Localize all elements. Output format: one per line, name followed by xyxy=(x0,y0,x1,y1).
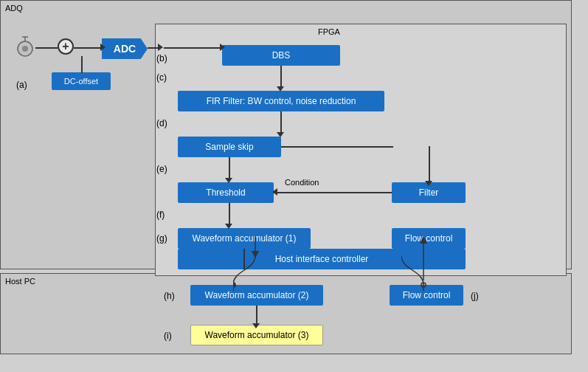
arrowhead-skip-thresh xyxy=(225,178,232,183)
arrow-thresh-wacc xyxy=(229,203,230,225)
arrowhead-to-adc xyxy=(100,44,106,51)
label-a: (a) xyxy=(16,80,27,90)
loop-left-icon xyxy=(233,255,277,292)
arrowhead-fir-skip xyxy=(277,132,284,137)
adq-label: ADQ xyxy=(5,4,23,13)
arrow-dbs-fir xyxy=(280,66,282,88)
label-b: (b) xyxy=(156,53,167,63)
arrow-fc2-host xyxy=(416,236,431,280)
adc-box: ADC xyxy=(102,38,148,59)
label-j: (j) xyxy=(471,291,479,301)
arrowhead-w2-w3 xyxy=(252,323,260,328)
condition-label: Condition xyxy=(285,178,319,187)
dbs-box: DBS xyxy=(222,45,340,66)
fpga-section: FPGA DBS FIR Filter: BW control, noise r… xyxy=(155,24,567,276)
arrow-skip-thresh xyxy=(229,157,230,179)
label-f: (f) xyxy=(156,210,165,220)
label-d: (d) xyxy=(156,118,167,128)
fpga-label: FPGA xyxy=(318,27,340,36)
line-dc-up xyxy=(81,56,83,73)
input-signal-icon xyxy=(15,34,35,61)
svg-marker-12 xyxy=(252,251,259,258)
arrow-w2-w3 xyxy=(256,306,257,325)
label-i: (i) xyxy=(164,331,172,341)
line-fpga-dbs xyxy=(164,47,221,49)
label-c: (c) xyxy=(156,72,167,83)
dc-offset-box: DC-offset xyxy=(52,72,111,90)
waveform-acc1-box: Waveform accumulator (1) xyxy=(178,228,311,249)
arrowhead-to-filter xyxy=(425,181,432,186)
arrow-fir-skip xyxy=(280,111,282,134)
arrowhead-adc-fpga xyxy=(158,44,163,51)
line-skip-filter-h xyxy=(281,146,393,148)
svg-point-1 xyxy=(22,46,28,52)
threshold-box: Threshold xyxy=(178,182,274,203)
arrowhead-condition xyxy=(272,188,277,196)
condition-line xyxy=(274,192,392,193)
line-plus-adc xyxy=(74,47,102,49)
label-e: (e) xyxy=(156,164,167,174)
label-h: (h) xyxy=(164,291,175,301)
arrow-w1-host-if xyxy=(248,236,263,258)
label-g: (g) xyxy=(156,233,167,244)
arrowhead-fpga-dbs xyxy=(220,44,225,51)
hostpc-label: Host PC xyxy=(5,277,35,286)
fir-filter-box: FIR Filter: BW control, noise reduction xyxy=(178,91,384,111)
line-skip-filter-v xyxy=(429,146,430,183)
svg-marker-10 xyxy=(420,236,427,244)
arrowhead-dbs-fir xyxy=(277,86,284,92)
arrowhead-thresh-wacc xyxy=(225,224,232,229)
plus-circle: + xyxy=(58,38,74,55)
sample-skip-box: Sample skip xyxy=(178,137,281,157)
line-antenna-plus xyxy=(35,47,58,49)
